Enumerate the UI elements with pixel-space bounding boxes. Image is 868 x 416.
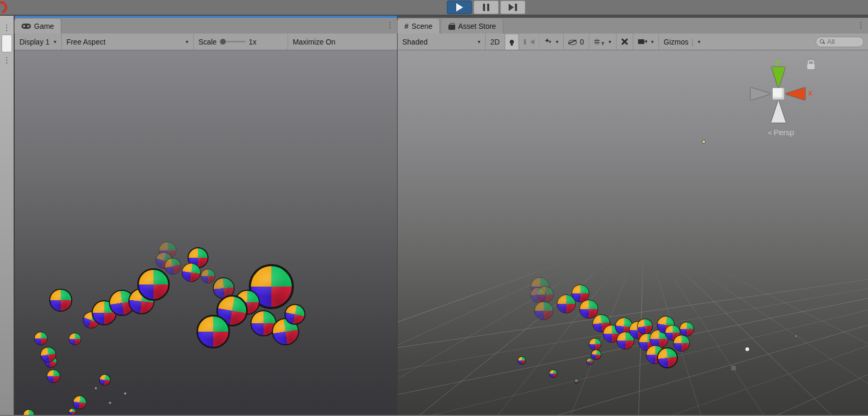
quadrant-ball: [47, 369, 60, 383]
debris-dot: [124, 392, 126, 395]
step-button[interactable]: [500, 1, 525, 14]
chevron-down-icon: ▾: [478, 39, 480, 45]
aspect-dropdown[interactable]: Free Aspect ▾: [62, 34, 194, 50]
maximize-label: Maximize On: [293, 38, 336, 46]
axis-x-cone[interactable]: [785, 87, 805, 100]
quadrant-ball: [69, 408, 76, 415]
debris-dot: [95, 387, 97, 389]
drag-handle-icon[interactable]: ⋮: [0, 23, 14, 32]
step-forward-icon: [509, 4, 517, 11]
display-dropdown-label: Display 1: [19, 38, 50, 46]
quadrant-ball: [69, 333, 81, 345]
tab-scene[interactable]: # Scene: [398, 19, 440, 34]
tab-asset-store[interactable]: Asset Store: [442, 19, 503, 34]
speaker-icon: [530, 39, 534, 45]
game-panel-menu-icon[interactable]: ⋮: [386, 20, 394, 30]
hidden-count: 0: [580, 38, 584, 46]
tab-game-label: Game: [34, 22, 54, 30]
quadrant-ball[interactable]: [534, 301, 553, 320]
projection-label: Persp: [774, 128, 794, 137]
camera-settings-dropdown[interactable]: ▾: [633, 34, 659, 50]
shading-mode-label: Shaded: [402, 38, 427, 46]
light-gizmo-dot: [702, 140, 705, 143]
game-panel: Game ⋮ Display 1 ▾ Free Aspect ▾ Scale 1…: [15, 16, 397, 415]
quadrant-ball: [98, 374, 111, 386]
quadrant-ball[interactable]: [549, 369, 557, 378]
scene-audio-toggle[interactable]: [519, 34, 540, 50]
gizmos-dropdown[interactable]: Gizmos | ▾: [659, 34, 705, 50]
shading-mode-dropdown[interactable]: Shaded ▾: [398, 34, 486, 50]
play-button[interactable]: [447, 1, 472, 14]
chevron-down-icon: ▾: [609, 39, 611, 45]
play-controls: [447, 1, 527, 14]
pause-icon: [483, 4, 489, 11]
quadrant-ball[interactable]: [574, 379, 579, 384]
lightbulb-icon: [510, 40, 514, 44]
projection-toggle[interactable]: <Persp: [744, 128, 818, 137]
gizmo-center-cube[interactable]: [773, 88, 784, 100]
search-value: All: [827, 38, 834, 46]
rotate-tool-icon[interactable]: [0, 0, 10, 16]
scene-effects-dropdown[interactable]: ▾: [540, 34, 564, 50]
scene-orientation-gizmo[interactable]: y x <Persp: [744, 58, 818, 137]
scale-control: Scale 1x: [194, 34, 288, 50]
axis-z-cone[interactable]: [751, 87, 771, 100]
game-viewport[interactable]: [15, 50, 397, 415]
quadrant-ball[interactable]: [518, 356, 526, 365]
quadrant-ball[interactable]: [586, 358, 594, 365]
tools-icon: [621, 38, 628, 45]
editor-top-toolbar: [0, 0, 868, 16]
separator: |: [691, 38, 694, 46]
quadrant-ball: [137, 268, 170, 301]
game-tabbar: Game ⋮: [15, 18, 397, 34]
scene-tabbar: # Scene Asset Store ⋮: [398, 18, 868, 34]
scale-value: 1x: [249, 38, 257, 46]
game-toolbar: Display 1 ▾ Free Aspect ▾ Scale 1x Maxim…: [15, 34, 397, 50]
scene-panel: # Scene Asset Store ⋮ Shaded ▾ 2D: [397, 16, 868, 415]
axis-y-label: y: [776, 57, 780, 65]
unlock-icon[interactable]: [807, 64, 815, 69]
gamepad-icon: [21, 24, 31, 29]
play-icon: [456, 3, 463, 12]
maximize-on-play-toggle[interactable]: Maximize On: [288, 34, 340, 50]
scene-panel-menu-icon[interactable]: ⋮: [857, 20, 865, 30]
pause-button[interactable]: [474, 1, 499, 14]
left-panel-field[interactable]: [2, 35, 12, 52]
display-dropdown[interactable]: Display 1 ▾: [15, 34, 62, 50]
quadrant-ball[interactable]: [673, 335, 690, 352]
debris-dot: [109, 402, 111, 404]
chevron-down-icon: ▾: [186, 39, 189, 45]
selection-blob: [745, 347, 749, 351]
quadrant-ball: [49, 289, 72, 312]
2d-label: 2D: [490, 38, 500, 46]
axis-y-cone[interactable]: [772, 67, 785, 88]
grid-icon: [594, 39, 600, 45]
drag-handle-icon[interactable]: ⋮: [0, 56, 14, 64]
toggle-2d-button[interactable]: 2D: [486, 34, 505, 50]
quadrant-ball: [196, 315, 230, 348]
tab-scene-label: Scene: [412, 22, 433, 30]
camera-icon: [638, 39, 644, 44]
scene-viewport[interactable]: y x <Persp: [398, 50, 868, 415]
axis-neg-y-cone[interactable]: [771, 101, 786, 123]
debris-dot: [795, 335, 797, 337]
component-tools-button[interactable]: [617, 34, 633, 50]
persp-arrow-icon: <: [768, 129, 772, 137]
scene-search-input[interactable]: All: [816, 37, 864, 47]
chevron-down-icon: ▾: [651, 39, 654, 45]
small-cube: [731, 366, 736, 370]
quadrant-ball[interactable]: [679, 322, 694, 336]
briefcase-icon: [448, 25, 455, 30]
chevron-down-icon: ▾: [54, 39, 57, 45]
grid-visibility-dropdown[interactable]: Y ▾: [589, 34, 617, 50]
tab-game[interactable]: Game: [15, 19, 61, 34]
eye-slash-icon: [568, 39, 577, 45]
quadrant-ball[interactable]: [589, 338, 601, 351]
scene-visibility-toggle[interactable]: 0: [564, 34, 589, 50]
left-panel-edge: ⋮ ⋮: [0, 16, 15, 415]
effects-icon: [544, 39, 552, 45]
scale-slider[interactable]: [220, 39, 246, 45]
quadrant-ball[interactable]: [530, 287, 546, 303]
scene-lighting-toggle[interactable]: [505, 34, 519, 50]
quadrant-ball: [201, 269, 215, 283]
